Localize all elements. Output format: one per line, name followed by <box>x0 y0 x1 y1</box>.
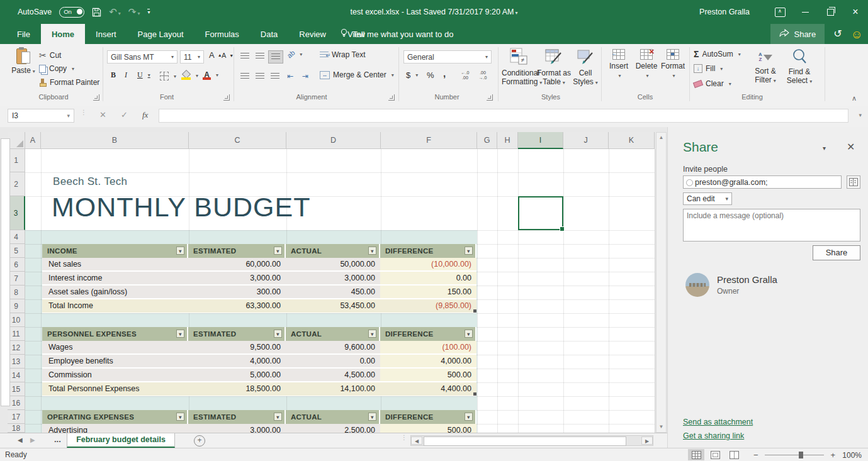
font-color-button[interactable]: A <box>203 70 218 80</box>
tell-me-box[interactable]: Tell me what you want to do <box>340 24 453 44</box>
row-header-2[interactable]: 2 <box>8 172 25 196</box>
table-cell[interactable]: (9,850.00) <box>380 299 476 313</box>
insert-cells-button[interactable]: Insert <box>606 49 632 79</box>
row-header-8[interactable]: 8 <box>8 286 25 299</box>
restore-icon[interactable] <box>818 0 843 24</box>
signed-in-user[interactable]: Preston Gralla <box>699 8 750 16</box>
new-sheet-icon[interactable]: + <box>194 435 205 447</box>
filter-dropdown-icon[interactable] <box>465 330 473 338</box>
normal-view-button[interactable] <box>688 449 704 460</box>
table-cell[interactable]: 3,000.00 <box>188 272 286 286</box>
delete-cells-button[interactable]: Delete <box>633 49 660 79</box>
scroll-up-icon[interactable]: ▲ <box>657 133 666 143</box>
format-cells-button[interactable]: Format <box>660 49 686 79</box>
ribbon-tab-file[interactable]: File <box>6 24 41 44</box>
table-cell[interactable]: 2,500.00 <box>286 424 380 433</box>
table-cell[interactable]: Total Income <box>42 299 188 313</box>
table-cell[interactable]: 500.00 <box>380 369 476 382</box>
prev-sheet-icon[interactable]: ◀ <box>18 436 23 443</box>
filter-dropdown-icon[interactable] <box>465 247 473 255</box>
ribbon-tab-review[interactable]: Review <box>288 24 337 44</box>
table-cell[interactable]: Wages <box>42 341 188 355</box>
filter-dropdown-icon[interactable] <box>465 413 473 421</box>
row-header-16[interactable]: 16 <box>8 396 25 410</box>
table-cell[interactable]: 150.00 <box>380 286 476 299</box>
zoom-level[interactable]: 100% <box>842 451 862 460</box>
align-right-button[interactable] <box>268 70 282 82</box>
table-cell[interactable]: 14,100.00 <box>286 382 380 396</box>
filter-dropdown-icon[interactable] <box>176 330 184 338</box>
formula-input[interactable] <box>159 109 848 123</box>
column-header-J[interactable]: J <box>563 132 609 149</box>
scroll-right-icon[interactable]: ▶ <box>641 436 653 445</box>
table-cell[interactable]: Commission <box>42 369 188 382</box>
table-cell[interactable]: 4,000.00 <box>188 355 286 369</box>
column-header-H[interactable]: H <box>497 132 518 149</box>
table-cell[interactable]: 300.00 <box>188 286 286 299</box>
insert-function-icon[interactable]: fx <box>142 110 148 120</box>
ribbon-display-options-icon[interactable]: ∧ <box>767 0 792 24</box>
invite-people-input[interactable] <box>683 175 842 189</box>
share-pane-close-icon[interactable]: ✕ <box>847 141 855 153</box>
row-header-6[interactable]: 6 <box>8 258 25 272</box>
center-button[interactable] <box>253 70 267 82</box>
vertical-scrollbar[interactable]: ▲ ▼ <box>656 132 667 433</box>
accounting-format-button[interactable]: $ <box>406 70 418 80</box>
table-cell[interactable]: (100.00) <box>380 341 476 355</box>
filter-dropdown-icon[interactable] <box>368 330 376 338</box>
wrap-text-button[interactable]: Wrap Text <box>320 50 366 59</box>
merge-center-button[interactable]: ↔ Merge & Center <box>320 70 394 79</box>
tabbar-splitter[interactable]: ⋮ <box>401 436 403 439</box>
middle-align-button[interactable] <box>253 50 267 62</box>
permission-select[interactable]: Can edit <box>683 192 732 205</box>
column-header-C[interactable]: C <box>189 132 286 149</box>
table-cell[interactable]: Interest income <box>42 272 188 286</box>
table-cell[interactable]: Total Personnel Expenses <box>42 382 188 396</box>
decrease-decimal-button[interactable]: .00 →.0 <box>476 70 490 81</box>
copy-button[interactable]: Copy <box>39 64 74 73</box>
ribbon-tab-insert[interactable]: Insert <box>85 24 127 44</box>
column-header-F[interactable]: F <box>381 132 477 149</box>
filter-dropdown-icon[interactable] <box>176 413 184 421</box>
row-header-7[interactable]: 7 <box>8 272 25 286</box>
row-header-10[interactable]: 10 <box>8 313 25 327</box>
column-header-I[interactable]: I <box>518 132 563 149</box>
cancel-formula-icon[interactable]: ✕ <box>99 110 106 119</box>
zoom-slider-thumb[interactable] <box>799 452 803 458</box>
zoom-in-icon[interactable]: + <box>830 450 835 460</box>
table-resize-handle[interactable] <box>473 392 476 396</box>
number-dialog-launcher-icon[interactable] <box>487 94 493 101</box>
next-sheet-icon[interactable]: ▶ <box>30 436 35 443</box>
row-header-12[interactable]: 12 <box>8 341 25 355</box>
selected-cell-I3[interactable] <box>518 196 563 230</box>
clipboard-dialog-launcher-icon[interactable] <box>93 94 99 101</box>
filter-dropdown-icon[interactable] <box>368 247 376 255</box>
save-icon[interactable] <box>92 8 101 17</box>
decrease-indent-icon[interactable]: ⇤ <box>287 72 293 81</box>
send-as-attachment-link[interactable]: Send as attachment <box>683 418 753 426</box>
column-header-B[interactable]: B <box>41 132 189 149</box>
table-cell[interactable]: 4,500.00 <box>286 369 380 382</box>
ribbon-tab-home[interactable]: Home <box>41 24 85 44</box>
share-pane-options-icon[interactable]: ▾ <box>823 145 826 152</box>
name-box-resize-handle[interactable]: ⋮ <box>81 111 83 114</box>
feedback-smiley-icon[interactable]: ☺ <box>851 28 863 40</box>
font-size-select[interactable]: 11 <box>180 50 204 64</box>
minimize-icon[interactable] <box>792 0 818 24</box>
ribbon-tab-formulas[interactable]: Formulas <box>194 24 250 44</box>
row-header-17[interactable]: 17 <box>8 410 25 424</box>
fill-button[interactable]: ↓ Fill <box>694 64 723 73</box>
table-cell[interactable]: Advertising <box>42 424 188 433</box>
row-header-15[interactable]: 15 <box>8 382 25 396</box>
zoom-slider[interactable]: − + <box>753 450 835 459</box>
decrease-font-size-icon[interactable]: A▼ <box>222 52 234 59</box>
share-button-ribbon[interactable]: Share <box>770 24 825 44</box>
format-painter-button[interactable]: Format Painter <box>39 78 99 87</box>
table-cell[interactable]: 9,600.00 <box>286 341 380 355</box>
select-all-corner[interactable] <box>8 132 25 149</box>
page-layout-view-button[interactable] <box>707 449 723 460</box>
borders-button[interactable] <box>160 72 176 81</box>
collapse-ribbon-icon[interactable]: ∧ <box>852 94 857 103</box>
format-as-table-button[interactable]: Format as Table <box>537 48 571 87</box>
clear-button[interactable]: Clear <box>694 79 731 88</box>
